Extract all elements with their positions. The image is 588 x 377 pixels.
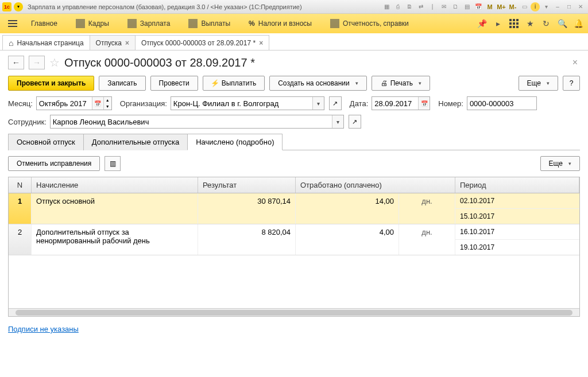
close-window-icon[interactable]: ✕ xyxy=(575,2,586,11)
menu-payments[interactable]: Выплаты xyxy=(180,17,238,30)
pay-button[interactable]: ⚡Выплатить xyxy=(203,76,265,91)
col-n[interactable]: N xyxy=(9,177,32,193)
cell-calc: Дополнительный отпуск за ненормированный… xyxy=(32,224,198,255)
tab-vacations[interactable]: Отпуска × xyxy=(90,35,136,50)
calendar-btn-icon[interactable]: 📅 xyxy=(92,97,103,110)
col-calc[interactable]: Начисление xyxy=(32,177,198,193)
pin-icon[interactable]: 📌 xyxy=(477,18,487,29)
compare-icon[interactable]: ⇄ xyxy=(416,2,426,11)
bell-icon[interactable]: 🔔 xyxy=(573,18,583,29)
menu-hr[interactable]: Кадры xyxy=(68,17,117,30)
dropdown-icon[interactable]: ▾ xyxy=(332,115,343,128)
file-icon[interactable]: 🗋 xyxy=(450,2,461,11)
col-period[interactable]: Период xyxy=(455,177,579,193)
page-close-icon[interactable]: × xyxy=(570,55,580,70)
apps-grid-icon[interactable] xyxy=(509,18,519,29)
search-icon[interactable]: 🔍 xyxy=(557,18,567,29)
cell-calc: Отпуск основной xyxy=(32,193,198,224)
employee-open-icon[interactable]: ↗ xyxy=(349,115,361,129)
mem-m[interactable]: M xyxy=(485,2,495,11)
nav-right-icon[interactable]: ▸ xyxy=(493,18,503,29)
nav-back-button[interactable]: ← xyxy=(8,56,24,69)
date-input[interactable] xyxy=(372,97,418,110)
app-icon: 1c xyxy=(2,2,11,11)
tb-icon-1[interactable]: ▦ xyxy=(381,2,392,11)
burger-menu[interactable] xyxy=(5,15,21,32)
print-icon[interactable]: ⎙ xyxy=(393,2,403,11)
menu-salary[interactable]: Зарплата xyxy=(119,17,179,30)
post-and-close-button[interactable]: Провести и закрыть xyxy=(8,76,94,91)
nav-forward-button[interactable]: → xyxy=(29,56,45,69)
close-icon[interactable]: × xyxy=(259,39,263,47)
payments-icon xyxy=(188,19,198,28)
cell-result: 30 870,14 xyxy=(198,193,296,224)
mem-mminus[interactable]: M- xyxy=(508,2,518,11)
favorite-star-icon[interactable]: ☆ xyxy=(49,56,60,69)
calc-icon[interactable]: ▤ xyxy=(462,2,472,11)
panel-icon[interactable]: ▭ xyxy=(519,2,529,11)
maximize-icon[interactable]: □ xyxy=(564,2,574,11)
page-title: Отпуск 0000-000003 от 28.09.2017 * xyxy=(64,56,255,69)
doc-icon[interactable]: 🗎 xyxy=(404,2,415,11)
number-field[interactable] xyxy=(467,96,537,110)
month-field[interactable]: 📅 ▲ ▼ xyxy=(36,96,112,110)
close-icon[interactable]: × xyxy=(125,39,129,47)
window-title: Зарплата и управление персоналом (базова… xyxy=(25,3,379,10)
menu-reports-label: Отчетность, справки xyxy=(343,20,409,28)
tab-main-vacation[interactable]: Основной отпуск xyxy=(8,134,84,150)
org-field[interactable]: ▾ xyxy=(171,96,324,110)
calendar-btn-icon[interactable]: 📅 xyxy=(418,97,430,110)
menu-main-label: Главное xyxy=(31,20,57,28)
menu-salary-label: Зарплата xyxy=(140,20,171,28)
col-worked[interactable]: Отработано (оплачено) xyxy=(296,177,455,193)
employee-field[interactable]: ▾ xyxy=(50,115,344,129)
window-titlebar: 1c ▾ Зарплата и управление персоналом (б… xyxy=(0,0,588,14)
cell-period: 02.10.2017 15.10.2017 xyxy=(455,193,579,224)
number-input[interactable] xyxy=(467,97,536,110)
table-row[interactable]: 2 Дополнительный отпуск за ненормированн… xyxy=(9,224,579,255)
org-open-icon[interactable]: ↗ xyxy=(329,96,342,110)
save-button[interactable]: Записать xyxy=(99,76,145,91)
period-from: 16.10.2017 xyxy=(455,224,579,240)
create-based-button[interactable]: Создать на основании xyxy=(269,76,367,91)
titlebar-dropdown[interactable]: ▾ xyxy=(14,2,23,11)
spinner-down-icon[interactable]: ▼ xyxy=(103,103,111,110)
grid-body: 1 Отпуск основной 30 870,14 14,00 дн. 02… xyxy=(9,193,579,308)
date-label: Дата: xyxy=(350,99,368,108)
pay-button-label: Выплатить xyxy=(222,79,257,87)
tab-additional-vacation[interactable]: Дополнительные отпуска xyxy=(83,134,188,150)
send-icon[interactable]: ✉ xyxy=(439,2,449,11)
month-input[interactable] xyxy=(37,97,92,110)
table-row[interactable]: 1 Отпуск основной 30 870,14 14,00 дн. 02… xyxy=(9,193,579,224)
scrollbar-thumb[interactable] xyxy=(16,310,572,316)
col-result[interactable]: Результат xyxy=(198,177,296,193)
info-icon[interactable]: i xyxy=(531,2,540,11)
help-button[interactable]: ? xyxy=(563,76,580,91)
print-button[interactable]: 🖨Печать xyxy=(372,76,430,91)
menu-reports[interactable]: Отчетность, справки xyxy=(322,17,417,30)
history-icon[interactable]: ↻ xyxy=(541,18,551,29)
cancel-corrections-button[interactable]: Отменить исправления xyxy=(8,156,100,171)
tab-accrued-detail[interactable]: Начислено (подробно) xyxy=(187,134,283,150)
minimize-icon[interactable]: – xyxy=(552,2,563,11)
post-button[interactable]: Провести xyxy=(150,76,198,91)
tab-vacation-doc[interactable]: Отпуск 0000-000003 от 28.09.2017 * × xyxy=(135,35,269,50)
signatures-link[interactable]: Подписи не указаны xyxy=(8,325,79,333)
grid-more-button[interactable]: Еще xyxy=(540,156,580,171)
horizontal-scrollbar[interactable] xyxy=(9,308,579,316)
date-field[interactable]: 📅 xyxy=(372,96,430,110)
show-columns-icon[interactable]: ▥ xyxy=(105,156,121,171)
more-button[interactable]: Еще xyxy=(519,76,558,91)
spinner-up-icon[interactable]: ▲ xyxy=(103,97,111,103)
tab-home[interactable]: Начальная страница xyxy=(2,35,90,50)
org-input[interactable] xyxy=(171,97,312,110)
menu-main[interactable]: Главное xyxy=(23,17,65,30)
dropdown-icon[interactable]: ▾ xyxy=(312,97,324,110)
star-icon-tool[interactable]: ★ xyxy=(525,18,535,29)
menu-taxes[interactable]: %Налоги и взносы xyxy=(241,17,320,30)
hr-icon xyxy=(76,19,85,28)
employee-input[interactable] xyxy=(51,115,332,128)
tb-dropdown[interactable]: ▾ xyxy=(541,2,551,11)
calendar-icon[interactable]: 📅 xyxy=(473,2,483,11)
mem-mplus[interactable]: M+ xyxy=(496,2,506,11)
